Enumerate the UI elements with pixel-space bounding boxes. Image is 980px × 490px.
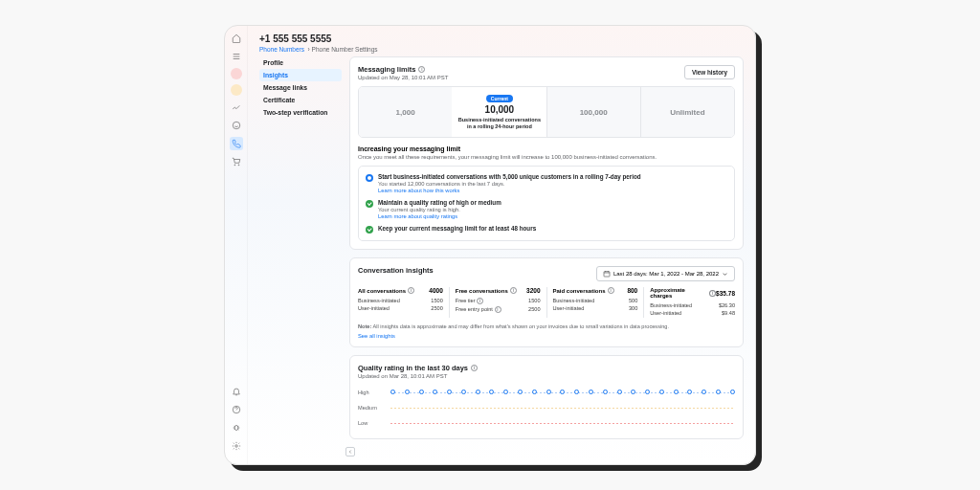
settings-icon[interactable] <box>230 439 243 453</box>
phone-number-title: +1 555 555 5555 <box>259 33 744 44</box>
phone-icon[interactable] <box>230 137 243 150</box>
tier-current: Current 10,000 Business-initiated conver… <box>453 87 546 137</box>
svg-point-0 <box>233 122 240 129</box>
chart-point <box>716 390 721 394</box>
chart-point <box>560 390 565 394</box>
stat-free: Free conversationsi3200 Free tier i1500 … <box>450 287 547 318</box>
stat-paid: Paid conversationsi800 Business-initiate… <box>547 287 645 318</box>
info-icon[interactable]: i <box>408 287 414 294</box>
info-icon[interactable]: i <box>418 66 425 73</box>
messaging-limits-card: Messaging limitsi Updated on May 28, 10:… <box>349 56 744 250</box>
chart-point <box>447 390 452 394</box>
insights-note: Note: All insights data is approximate a… <box>358 323 735 329</box>
limits-updated: Updated on May 28, 10:01 AM PST <box>358 75 448 80</box>
crumb-current: Phone Number Settings <box>312 46 378 53</box>
chart-point <box>489 390 494 394</box>
chart-point <box>461 390 466 394</box>
sidebar-item-profile[interactable]: Profile <box>259 56 342 69</box>
svg-rect-2 <box>234 426 237 431</box>
rail-color-app-2[interactable] <box>231 84 242 96</box>
chart-point <box>702 390 706 394</box>
insights-title: Conversation insights <box>358 266 434 275</box>
chart-point <box>687 390 692 394</box>
current-badge: Current <box>486 95 513 102</box>
chart-point <box>390 390 395 394</box>
tier-ladder: 1,000 Current 10,000 Business-initiated … <box>358 86 735 138</box>
limits-title: Messaging limitsi <box>358 65 448 74</box>
progress-icon <box>366 174 373 182</box>
svg-rect-4 <box>604 272 610 277</box>
req-2-link[interactable]: Learn more about quality ratings <box>378 213 501 219</box>
info-icon[interactable]: i <box>510 287 517 294</box>
check-icon <box>366 200 373 208</box>
chart-point <box>603 390 608 394</box>
requirements-box: Start business-initiated conversations w… <box>358 166 735 241</box>
settings-sidebar: Profile Insights Message links Certifica… <box>259 56 342 453</box>
chat-icon[interactable] <box>230 119 243 132</box>
info-icon[interactable]: i <box>471 365 478 371</box>
req-3: Keep your current messaging limit for at… <box>366 225 727 234</box>
help-icon[interactable] <box>230 403 243 416</box>
tier-100000: 100,000 <box>547 87 641 137</box>
bell-icon[interactable] <box>230 385 243 398</box>
collapse-sidebar-icon[interactable] <box>345 447 355 457</box>
chart-point <box>419 390 424 394</box>
date-range-button[interactable]: Last 28 days: Mar 1, 2022 - Mar 28, 2022 <box>596 266 735 281</box>
stat-charges: Approximate chargesi$35.78 Business-init… <box>644 287 735 318</box>
increase-title: Increasing your messaging limit <box>358 145 735 152</box>
chart-point <box>518 390 523 394</box>
req-1: Start business-initiated conversations w… <box>366 173 727 193</box>
view-history-button[interactable]: View history <box>684 65 735 79</box>
rail-color-app-1[interactable] <box>231 68 242 79</box>
stats-row: All conversationsi4000 Business-initiate… <box>358 287 735 318</box>
chart-low-line <box>390 423 735 424</box>
conversation-insights-card: Conversation insights Last 28 days: Mar … <box>349 257 744 347</box>
quality-chart: High Medium Low <box>358 385 735 431</box>
chart-point <box>617 390 622 394</box>
quality-title: Quality rating in the last 30 daysi <box>358 364 735 372</box>
sidebar-item-certificate[interactable]: Certificate <box>259 94 342 106</box>
chart-point <box>405 390 410 394</box>
main-scroll[interactable]: Messaging limitsi Updated on May 28, 10:… <box>349 56 744 453</box>
stat-all: All conversationsi4000 Business-initiate… <box>358 287 450 318</box>
chart-point <box>476 390 480 394</box>
chart-point <box>645 390 650 394</box>
calendar-icon <box>603 270 611 278</box>
breadcrumb: Phone Numbers › Phone Number Settings <box>259 46 744 53</box>
check-icon <box>366 226 373 234</box>
tier-1000: 1,000 <box>359 87 453 137</box>
cart-icon[interactable] <box>230 155 243 168</box>
info-icon[interactable]: i <box>709 290 716 297</box>
chart-point <box>532 390 537 394</box>
chart-point <box>546 390 551 394</box>
info-icon[interactable]: i <box>477 298 483 304</box>
sidebar-item-two-step[interactable]: Two-step verification <box>259 106 342 119</box>
chart-med-line <box>390 408 735 409</box>
quality-rating-card: Quality rating in the last 30 daysi Upda… <box>349 355 744 439</box>
info-icon[interactable]: i <box>608 287 614 294</box>
chart-point <box>659 390 664 394</box>
req-1-link[interactable]: Learn more about how this works <box>378 188 641 193</box>
page-header: +1 555 555 5555 Phone Numbers › Phone Nu… <box>248 26 755 56</box>
chevron-down-icon <box>722 271 728 278</box>
chart-point <box>631 390 635 394</box>
chart-point <box>433 390 437 394</box>
icon-rail <box>225 26 248 464</box>
analytics-icon[interactable] <box>230 100 243 114</box>
quality-updated: Updated on Mar 28, 10:01 AM PST <box>358 373 735 379</box>
chart-point <box>503 390 508 394</box>
chart-point <box>589 390 593 394</box>
svg-point-3 <box>234 445 237 448</box>
req-2: Maintain a quality rating of high or med… <box>366 199 727 219</box>
bug-icon[interactable] <box>230 421 243 434</box>
info-icon[interactable]: i <box>495 306 501 313</box>
crumb-parent[interactable]: Phone Numbers <box>259 46 304 53</box>
sidebar-item-insights[interactable]: Insights <box>259 69 342 81</box>
see-all-insights-link[interactable]: See See all insightsall insights <box>358 333 735 339</box>
chart-high-line <box>390 392 735 393</box>
menu-icon[interactable] <box>230 50 243 63</box>
chart-point <box>574 390 579 394</box>
sidebar-item-message-links[interactable]: Message links <box>259 81 342 94</box>
chart-point <box>730 390 735 394</box>
home-icon[interactable] <box>230 32 243 45</box>
